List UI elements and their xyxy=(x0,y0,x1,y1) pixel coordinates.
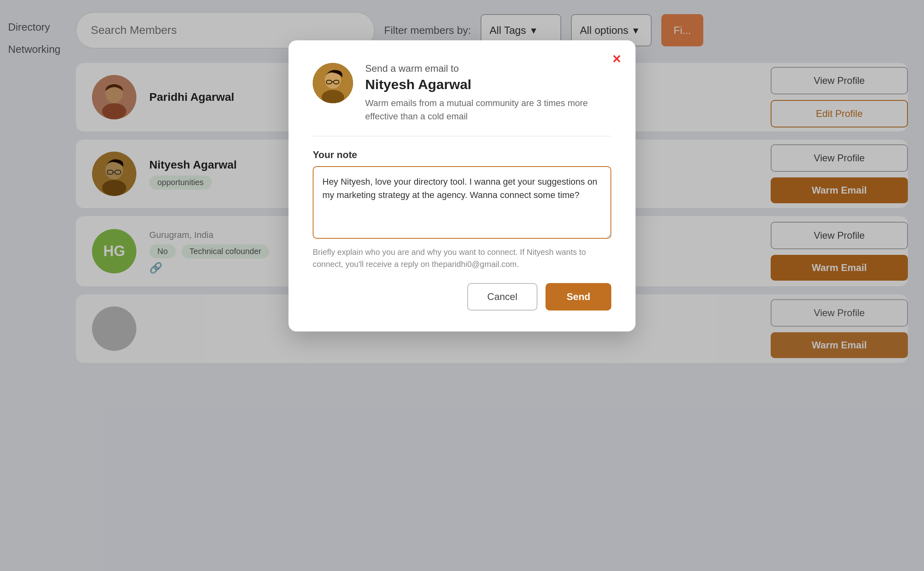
note-textarea[interactable] xyxy=(313,166,611,239)
modal-recipient-name: Nityesh Agarwal xyxy=(365,77,611,92)
note-label: Your note xyxy=(313,149,611,160)
modal-close-button[interactable]: × xyxy=(613,52,621,66)
modal-avatar xyxy=(313,63,353,103)
modal-header: Send a warm email to Nityesh Agarwal War… xyxy=(313,63,611,136)
modal-title-area: Send a warm email to Nityesh Agarwal War… xyxy=(365,63,611,123)
send-button[interactable]: Send xyxy=(546,283,611,311)
modal-overlay: × Send a warm email to Nityesh Agarwal W… xyxy=(0,0,924,571)
note-hint: Briefly explain who you are and why you … xyxy=(313,246,611,270)
modal-description: Warm emails from a mutual community are … xyxy=(365,96,611,123)
cancel-button[interactable]: Cancel xyxy=(467,283,538,311)
modal-subtitle: Send a warm email to xyxy=(365,63,611,74)
modal-actions: Cancel Send xyxy=(313,283,611,311)
warm-email-modal: × Send a warm email to Nityesh Agarwal W… xyxy=(288,40,636,331)
